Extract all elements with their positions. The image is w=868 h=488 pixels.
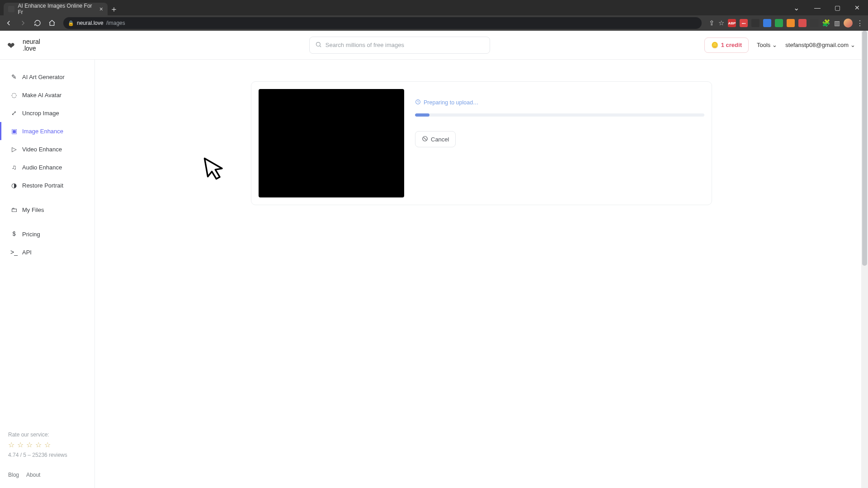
chevron-down-icon[interactable]: ⌄: [788, 4, 807, 12]
extension-icon-7[interactable]: [798, 19, 807, 27]
logo-text: neural .love: [23, 38, 40, 52]
browser-tabstrip: AI Enhance Images Online For Fr × ＋ ⌄ — …: [0, 0, 868, 15]
sidebar-item-video-enhance[interactable]: ▷ Video Enhance: [0, 140, 94, 158]
minimize-button[interactable]: —: [808, 4, 826, 11]
close-window-button[interactable]: ✕: [848, 4, 866, 11]
rating-stars[interactable]: ☆ ☆ ☆ ☆ ☆: [8, 441, 86, 449]
tools-label: Tools: [757, 42, 770, 48]
coins-icon: 🪙: [711, 42, 718, 48]
extension-icon-4[interactable]: [763, 19, 771, 27]
close-tab-icon[interactable]: ×: [99, 6, 103, 12]
wand-icon: ✎: [10, 73, 18, 80]
logo-line1: neural: [23, 38, 40, 45]
sidebar-item-audio-enhance[interactable]: ♫ Audio Enhance: [0, 158, 94, 176]
clock-icon: [415, 99, 421, 106]
sidebar-item-label: My Files: [22, 206, 44, 213]
star-icon[interactable]: ☆: [26, 441, 33, 449]
upload-progress-fill: [415, 113, 429, 117]
forward-button[interactable]: [17, 17, 29, 29]
browser-tab[interactable]: AI Enhance Images Online For Fr ×: [4, 3, 108, 15]
share-icon[interactable]: ⇪: [709, 19, 715, 27]
sidebar-item-label: Restore Portrait: [22, 182, 63, 189]
star-icon[interactable]: ☆: [44, 441, 51, 449]
play-icon: ▷: [10, 145, 18, 153]
sidebar-item-ai-art-generator[interactable]: ✎ AI Art Generator: [0, 68, 94, 86]
bookmark-star-icon[interactable]: ☆: [718, 19, 724, 27]
extension-abp-icon[interactable]: ABP: [728, 19, 736, 27]
search-input[interactable]: Search millions of free images: [309, 37, 490, 54]
sidebar-item-label: AI Art Generator: [22, 74, 65, 80]
rating-summary: 4.74 / 5 – 25236 reviews: [8, 452, 86, 458]
upload-progress-bar: [415, 113, 704, 117]
tab-title: AI Enhance Images Online For Fr: [18, 3, 96, 15]
page-root: neural .love Search millions of free ima…: [0, 31, 868, 488]
extension-icon-5[interactable]: [775, 19, 783, 27]
credits-label: 1 credit: [721, 42, 742, 48]
sidebar-item-label: Make AI Avatar: [22, 92, 61, 99]
maximize-button[interactable]: ▢: [828, 4, 846, 11]
dollar-icon: ＄: [10, 230, 18, 238]
window-scrollbar[interactable]: [861, 31, 868, 488]
cancel-button[interactable]: Cancel: [415, 131, 456, 147]
audio-icon: ♫: [10, 164, 18, 171]
sidebar: ✎ AI Art Generator ◌ Make AI Avatar ⤢ Un…: [0, 60, 95, 488]
rate-prompt: Rate our service:: [8, 432, 86, 438]
sidebar-item-label: Image Enhance: [22, 128, 63, 135]
sidebar-item-make-ai-avatar[interactable]: ◌ Make AI Avatar: [0, 86, 94, 104]
sidebar-item-label: API: [22, 249, 32, 256]
url-path: /images: [106, 20, 125, 26]
browser-toolbar: 🔒 neural.love/images ⇪ ☆ ABP ••• 🧩 ▥ ⋮: [0, 15, 868, 31]
portrait-icon: ◑: [10, 182, 18, 189]
logo-line2: .love: [23, 45, 40, 52]
home-button[interactable]: [46, 17, 58, 29]
expand-icon: ⤢: [10, 109, 18, 117]
chevron-down-icon: ⌄: [772, 42, 777, 48]
profile-avatar-icon[interactable]: [844, 19, 853, 28]
kebab-menu-icon[interactable]: ⋮: [856, 19, 863, 28]
star-icon[interactable]: ☆: [17, 441, 24, 449]
sidepanel-icon[interactable]: ▥: [834, 19, 840, 27]
cancel-label: Cancel: [431, 136, 449, 143]
user-dropdown[interactable]: stefanstp08@gmail.com ⌄: [785, 42, 855, 48]
reload-button[interactable]: [32, 17, 43, 29]
image-preview: [259, 89, 404, 197]
about-link[interactable]: About: [26, 472, 40, 478]
sidebar-item-pricing[interactable]: ＄ Pricing: [0, 225, 94, 243]
cancel-icon: [422, 136, 428, 143]
sidebar-item-api[interactable]: >_ API: [0, 243, 94, 261]
upload-status-panel: Preparing to upload… Cancel: [415, 89, 704, 197]
tab-favicon-icon: [8, 6, 14, 12]
credits-chip[interactable]: 🪙 1 credit: [704, 38, 749, 53]
extension-icon-6[interactable]: [787, 19, 795, 27]
extension-icon-3[interactable]: [751, 19, 760, 27]
scrollbar-thumb[interactable]: [862, 31, 867, 266]
lock-icon: 🔒: [68, 20, 74, 26]
extension-lastpass-icon[interactable]: •••: [740, 19, 748, 27]
avatar-icon: ◌: [10, 91, 18, 99]
upload-card: Preparing to upload… Cancel: [251, 81, 712, 205]
extension-icon-8[interactable]: [810, 19, 818, 27]
svg-point-0: [316, 42, 320, 46]
sidebar-item-label: Video Enhance: [22, 146, 62, 153]
sidebar-item-label: Uncrop Image: [22, 110, 59, 117]
extensions-puzzle-icon[interactable]: 🧩: [822, 19, 830, 27]
code-icon: >_: [10, 249, 18, 256]
app-logo[interactable]: neural .love: [0, 38, 95, 52]
new-tab-button[interactable]: ＋: [108, 3, 120, 15]
sidebar-item-image-enhance[interactable]: ▣ Image Enhance: [0, 122, 94, 140]
folder-icon: 🗀: [10, 206, 18, 213]
back-button[interactable]: [3, 17, 14, 29]
sidebar-item-restore-portrait[interactable]: ◑ Restore Portrait: [0, 176, 94, 194]
star-icon[interactable]: ☆: [8, 441, 14, 449]
tools-dropdown[interactable]: Tools ⌄: [757, 42, 777, 48]
search-placeholder: Search millions of free images: [326, 42, 404, 48]
sidebar-item-my-files[interactable]: 🗀 My Files: [0, 201, 94, 219]
window-controls: ⌄ — ▢ ✕: [788, 0, 866, 15]
user-email: stefanstp08@gmail.com: [785, 42, 849, 48]
blog-link[interactable]: Blog: [8, 472, 19, 478]
toolbar-icons: ⇪ ☆ ABP ••• 🧩 ▥ ⋮: [707, 19, 865, 28]
sidebar-item-uncrop-image[interactable]: ⤢ Uncrop Image: [0, 104, 94, 122]
sidebar-item-label: Pricing: [22, 231, 40, 238]
address-bar[interactable]: 🔒 neural.love/images: [63, 17, 702, 29]
star-icon[interactable]: ☆: [35, 441, 42, 449]
